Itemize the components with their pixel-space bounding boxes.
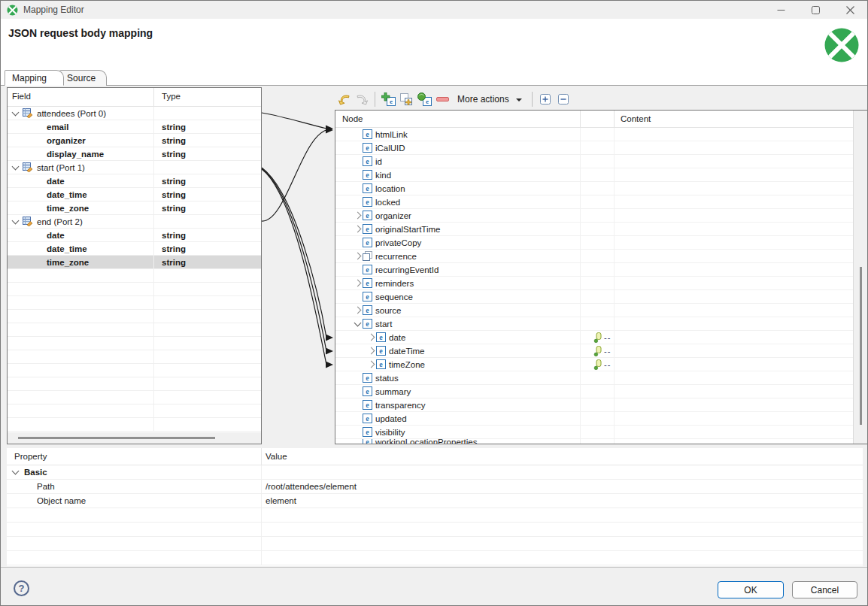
cancel-button[interactable]: Cancel <box>792 581 857 598</box>
content-cell[interactable] <box>615 439 854 444</box>
expand-all-button[interactable] <box>537 90 554 108</box>
property-value[interactable]: element <box>262 494 863 508</box>
content-cell[interactable] <box>615 385 854 398</box>
field-row[interactable]: date_timestring <box>8 188 261 201</box>
empty-field-row[interactable] <box>8 269 261 283</box>
property-value[interactable] <box>262 465 863 479</box>
field-row[interactable]: end (Port 2) <box>8 215 261 229</box>
column-header-content[interactable]: Content <box>615 111 854 127</box>
empty-property-row[interactable] <box>7 523 863 537</box>
chevron-right-icon[interactable] <box>367 347 375 355</box>
property-row[interactable]: Path/root/attendees/element <box>7 480 863 494</box>
content-cell[interactable] <box>615 412 854 425</box>
content-cell[interactable] <box>615 358 854 371</box>
column-header-field[interactable]: Field <box>8 88 154 106</box>
ok-button[interactable]: OK <box>718 581 784 598</box>
add-wildcard-element-button[interactable]: e <box>416 90 432 108</box>
empty-field-row[interactable] <box>8 418 261 432</box>
empty-field-row[interactable] <box>8 310 261 323</box>
hscrollbar-thumb[interactable] <box>18 437 215 439</box>
add-element-button[interactable]: e <box>380 90 396 108</box>
tree-node-row[interactable]: estatus <box>335 371 854 385</box>
property-value[interactable]: /root/attendees/element <box>262 480 863 493</box>
content-cell[interactable] <box>615 141 854 154</box>
empty-field-row[interactable] <box>8 377 261 391</box>
content-cell[interactable] <box>615 398 854 411</box>
maximize-button[interactable] <box>798 1 833 19</box>
column-header-mapping[interactable] <box>581 111 615 127</box>
minimize-button[interactable] <box>763 1 798 19</box>
empty-field-row[interactable] <box>8 296 261 310</box>
field-row[interactable]: datestring <box>8 229 261 242</box>
chevron-right-icon[interactable] <box>354 226 361 233</box>
column-header-type[interactable]: Type <box>154 88 261 106</box>
field-row[interactable]: date_timestring <box>8 242 261 256</box>
tree-node-row[interactable]: elocation <box>335 182 854 195</box>
content-cell[interactable] <box>615 236 854 249</box>
chevron-down-icon[interactable] <box>12 162 20 170</box>
content-cell[interactable] <box>615 209 854 222</box>
tree-node-row[interactable]: edate-- <box>335 331 854 344</box>
undo-button[interactable] <box>335 90 352 108</box>
content-cell[interactable] <box>615 317 854 330</box>
empty-field-row[interactable] <box>8 350 261 364</box>
property-row[interactable]: Basic <box>7 465 863 480</box>
tree-node-row[interactable]: eid <box>335 155 854 168</box>
content-cell[interactable] <box>615 182 854 195</box>
tree-node-row[interactable]: etransparency <box>335 398 854 412</box>
chevron-right-icon[interactable] <box>367 334 375 341</box>
tree-vertical-scrollbar[interactable] <box>853 111 867 444</box>
chevron-right-icon[interactable] <box>354 212 361 220</box>
tree-node-row[interactable]: elocked <box>335 195 854 209</box>
chevron-right-icon[interactable] <box>354 307 361 314</box>
field-row[interactable]: emailstring <box>8 120 261 134</box>
add-attribute-button[interactable] <box>398 90 414 108</box>
property-row[interactable]: Object nameelement <box>7 494 863 508</box>
content-cell[interactable] <box>615 426 854 438</box>
more-actions-button[interactable]: More actions <box>453 90 527 108</box>
content-cell[interactable] <box>615 304 854 317</box>
empty-field-row[interactable] <box>8 283 261 296</box>
empty-field-row[interactable] <box>8 391 261 405</box>
field-row[interactable]: time_zonestring <box>8 201 261 215</box>
chevron-right-icon[interactable] <box>354 253 361 260</box>
column-header-property[interactable]: Property <box>7 448 262 465</box>
tree-node-row[interactable]: ehtmlLink <box>335 128 854 141</box>
content-cell[interactable] <box>615 250 854 262</box>
content-cell[interactable] <box>615 195 854 208</box>
tree-node-row[interactable]: ereminders <box>335 277 854 290</box>
field-row[interactable]: display_namestring <box>8 147 261 161</box>
chevron-down-icon[interactable] <box>12 108 20 116</box>
tree-node-row[interactable]: eoriginalStartTime <box>335 223 854 236</box>
chevron-right-icon[interactable] <box>367 361 375 368</box>
tree-node-row[interactable]: eprivateCopy <box>335 236 854 250</box>
chevron-down-icon[interactable] <box>12 468 20 475</box>
fields-horizontal-scrollbar[interactable] <box>8 432 261 444</box>
content-cell[interactable] <box>615 223 854 235</box>
tree-node-row[interactable]: erecurringEventId <box>335 263 854 277</box>
empty-field-row[interactable] <box>8 337 261 350</box>
tree-node-row[interactable]: eupdated <box>335 412 854 426</box>
tree-node-row[interactable]: etimeZone-- <box>335 358 854 371</box>
empty-property-row[interactable] <box>7 537 863 551</box>
close-button[interactable] <box>833 1 867 19</box>
content-cell[interactable] <box>615 290 854 303</box>
tree-node-row[interactable]: estart <box>335 317 854 331</box>
tree-node-row[interactable]: recurrence <box>335 250 854 263</box>
tree-node-row[interactable]: edateTime-- <box>335 344 854 358</box>
tree-node-row[interactable]: evisibility <box>335 426 854 439</box>
content-cell[interactable] <box>615 155 854 168</box>
content-cell[interactable] <box>615 344 854 357</box>
tree-node-row[interactable]: esource <box>335 304 854 317</box>
field-row[interactable]: time_zonestring <box>8 256 261 269</box>
content-cell[interactable] <box>615 168 854 181</box>
tab-mapping[interactable]: Mapping <box>5 70 64 86</box>
tree-node-row[interactable]: eworkingLocationProperties <box>335 439 854 444</box>
content-cell[interactable] <box>615 128 854 141</box>
chevron-right-icon[interactable] <box>354 280 361 287</box>
tree-node-row[interactable]: eiCalUID <box>335 141 854 155</box>
empty-field-row[interactable] <box>8 405 261 418</box>
remove-button[interactable] <box>434 90 451 108</box>
vscrollbar-thumb[interactable] <box>860 267 862 425</box>
field-row[interactable]: datestring <box>8 174 261 188</box>
